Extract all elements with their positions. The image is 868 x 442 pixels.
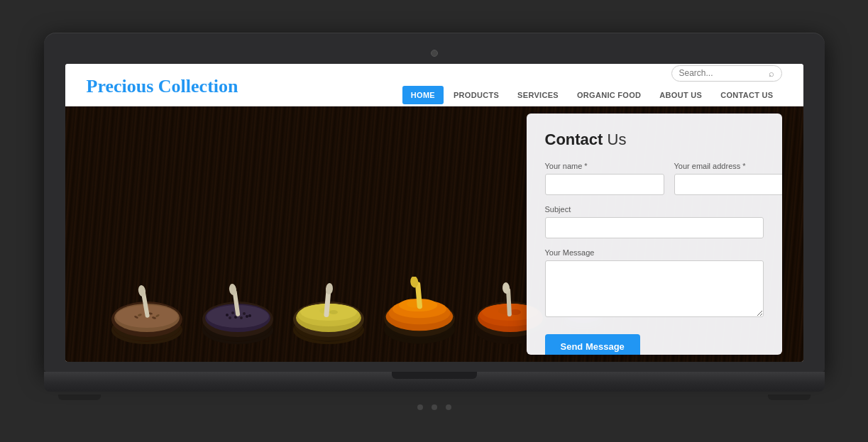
nav-services[interactable]: SERVICES [509, 86, 567, 104]
bowl-3 [290, 277, 368, 348]
message-group: Your Message [545, 248, 764, 320]
nav-products[interactable]: PRODUCTS [445, 86, 507, 104]
svg-point-24 [246, 315, 248, 318]
svg-point-23 [240, 316, 243, 319]
message-textarea[interactable] [545, 260, 764, 317]
email-group: Your email address * [674, 162, 782, 195]
contact-title-normal: Us [603, 131, 626, 148]
nav-organic-food[interactable]: ORGANIC FOOD [568, 86, 649, 104]
name-input[interactable] [545, 174, 664, 195]
laptop-foot-left [58, 394, 101, 400]
nav-home[interactable]: HOME [402, 86, 444, 104]
subject-group: Subject [545, 205, 764, 238]
svg-point-33 [329, 310, 338, 314]
send-message-button[interactable]: Send Message [545, 334, 640, 355]
bowl-2 [199, 277, 277, 348]
message-label: Your Message [545, 248, 764, 257]
indicator-dot-1 [417, 404, 423, 410]
search-bar: ⌕ [671, 65, 782, 82]
subject-label: Subject [545, 205, 764, 214]
website: Precious Collection ⌕ HOME PRODUCTS SERV… [65, 64, 803, 362]
laptop-feet [44, 394, 825, 400]
laptop-frame: Precious Collection ⌕ HOME PRODUCTS SERV… [44, 33, 825, 410]
site-header: Precious Collection ⌕ HOME PRODUCTS SERV… [65, 64, 803, 106]
svg-point-22 [234, 316, 237, 319]
name-group: Your name * [545, 162, 664, 195]
bowl-1 [108, 277, 186, 348]
laptop-indicator-dots [44, 404, 825, 410]
name-email-row: Your name * Your email address * [545, 162, 764, 195]
screen-bezel: Precious Collection ⌕ HOME PRODUCTS SERV… [44, 33, 825, 372]
indicator-dot-3 [446, 404, 451, 410]
search-input[interactable] [679, 68, 764, 78]
laptop-base [44, 372, 825, 392]
email-label: Your email address * [674, 162, 782, 170]
indicator-dot-2 [432, 404, 437, 410]
svg-point-16 [226, 314, 229, 316]
nav-bar: HOME PRODUCTS SERVICES ORGANIC FOOD ABOU… [402, 86, 782, 104]
nav-about-us[interactable]: ABOUT US [651, 86, 710, 104]
svg-point-21 [229, 316, 231, 319]
laptop-foot-right [768, 394, 811, 400]
name-label: Your name * [545, 162, 664, 170]
email-input[interactable] [674, 174, 782, 195]
svg-point-20 [248, 314, 251, 317]
contact-card: Contact Us Your name * Your email addres… [527, 114, 782, 355]
camera [431, 50, 438, 57]
contact-title: Contact Us [545, 131, 764, 149]
subject-input[interactable] [545, 217, 764, 238]
svg-point-19 [243, 312, 246, 315]
hero-section: Contact Us Your name * Your email addres… [65, 106, 803, 362]
laptop-screen: Precious Collection ⌕ HOME PRODUCTS SERV… [65, 64, 803, 362]
contact-title-bold: Contact [545, 131, 603, 148]
header-right: ⌕ HOME PRODUCTS SERVICES ORGANIC FOOD AB… [402, 65, 782, 104]
nav-contact-us[interactable]: CONTACT US [712, 86, 781, 104]
bowl-4 [380, 277, 458, 348]
svg-point-17 [231, 311, 234, 314]
search-button[interactable]: ⌕ [769, 68, 774, 79]
site-logo: Precious Collection [87, 69, 238, 100]
